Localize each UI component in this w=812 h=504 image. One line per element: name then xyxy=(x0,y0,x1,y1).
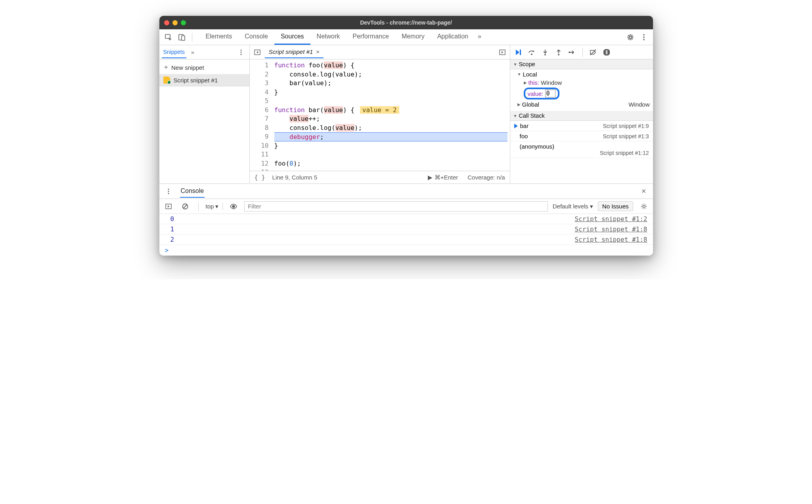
tab-application[interactable]: Application xyxy=(431,29,475,45)
navigator-tabs: Snippets » xyxy=(159,45,249,59)
scope-value-row[interactable]: value: xyxy=(510,87,653,100)
close-file-tab-icon[interactable]: × xyxy=(316,48,320,55)
step-over-icon[interactable] xyxy=(526,46,537,58)
svg-point-20 xyxy=(168,189,169,190)
console-filter-input[interactable] xyxy=(244,201,548,212)
step-icon[interactable] xyxy=(567,46,578,58)
snippet-item-label: Script snippet #1 xyxy=(174,77,218,84)
callstack-frame[interactable]: bar Script snippet #1:9 xyxy=(510,121,653,131)
more-menu-icon[interactable] xyxy=(638,31,650,43)
drawer-more-icon[interactable] xyxy=(163,185,174,197)
tab-memory[interactable]: Memory xyxy=(395,29,431,45)
tab-elements[interactable]: Elements xyxy=(199,29,239,45)
callstack-frame[interactable]: (anonymous) Script snippet #1:12 xyxy=(510,141,653,158)
run-snippet-button[interactable]: ▶ ⌘+Enter xyxy=(428,174,458,181)
scope-global-row[interactable]: ▶ Global Window xyxy=(510,100,653,109)
editor-panel: Script snippet #1 × 12345678910111213 fu… xyxy=(250,45,510,183)
main-tabbar: Elements Console Sources Network Perform… xyxy=(159,29,653,45)
snippet-file-icon xyxy=(163,76,170,84)
minimize-window-button[interactable] xyxy=(172,20,178,25)
zoom-window-button[interactable] xyxy=(181,20,186,25)
svg-point-22 xyxy=(168,193,169,194)
drawer-tab-console[interactable]: Console xyxy=(180,185,205,198)
live-expression-icon[interactable] xyxy=(228,200,239,212)
show-navigator-icon[interactable] xyxy=(251,46,263,58)
inspect-element-icon[interactable] xyxy=(163,31,174,43)
cursor-position: Line 9, Column 5 xyxy=(272,174,317,181)
console-settings-gear-icon[interactable] xyxy=(638,200,650,212)
pause-on-exceptions-icon[interactable] xyxy=(601,46,612,58)
resume-icon[interactable] xyxy=(513,46,524,58)
console-log-row[interactable]: 2 Script snippet #1:8 xyxy=(159,235,653,245)
scope-local-header[interactable]: ▼ Local xyxy=(510,70,653,78)
pretty-print-icon[interactable]: { } xyxy=(255,174,265,181)
svg-line-25 xyxy=(183,204,187,208)
clear-console-icon[interactable] xyxy=(179,200,191,212)
settings-gear-icon[interactable] xyxy=(624,31,636,43)
tab-console[interactable]: Console xyxy=(238,29,274,45)
scope-this-row[interactable]: ▶ this: Window xyxy=(510,78,653,87)
debugger-toolbar xyxy=(510,45,653,59)
plus-icon: + xyxy=(164,63,169,72)
svg-rect-18 xyxy=(606,50,607,54)
log-levels-selector[interactable]: Default levels▾ xyxy=(553,203,593,210)
chevron-down-icon: ▾ xyxy=(215,203,218,210)
console-output: 0 Script snippet #1:2 1 Script snippet #… xyxy=(159,214,653,256)
deactivate-breakpoints-icon[interactable] xyxy=(588,46,599,58)
svg-point-26 xyxy=(232,205,235,208)
step-into-icon[interactable] xyxy=(540,46,551,58)
svg-point-8 xyxy=(240,53,241,55)
svg-rect-19 xyxy=(607,50,607,54)
inline-value-hint: value = 2 xyxy=(360,106,399,114)
line-gutter: 12345678910111213 xyxy=(250,59,272,171)
snippet-item[interactable]: Script snippet #1 xyxy=(159,74,249,86)
code-editor[interactable]: 12345678910111213 function foo(value) { … xyxy=(250,59,510,171)
navigator-more-icon[interactable] xyxy=(235,46,247,58)
debugger-panel: ▼ Scope ▼ Local ▶ this: Window value: xyxy=(510,45,653,183)
main-tabs: Elements Console Sources Network Perform… xyxy=(199,29,485,45)
devtools-window: DevTools - chrome://new-tab-page/ Elemen… xyxy=(159,16,653,256)
editor-file-tab[interactable]: Script snippet #1 × xyxy=(265,46,324,58)
svg-rect-11 xyxy=(520,50,521,55)
scope-value-input[interactable] xyxy=(545,90,555,97)
tab-network[interactable]: Network xyxy=(310,29,347,45)
issues-button[interactable]: No Issues xyxy=(598,201,633,211)
separator xyxy=(192,33,192,42)
editor-tabs: Script snippet #1 × xyxy=(250,45,510,59)
device-toolbar-icon[interactable] xyxy=(176,31,188,43)
new-snippet-button[interactable]: + New snippet xyxy=(159,61,249,74)
tab-sources[interactable]: Sources xyxy=(274,29,310,45)
tab-performance[interactable]: Performance xyxy=(346,29,395,45)
svg-point-12 xyxy=(531,53,532,55)
console-prompt[interactable]: > xyxy=(159,245,653,256)
callstack-frame[interactable]: foo Script snippet #1:3 xyxy=(510,131,653,141)
console-source-link[interactable]: Script snippet #1:8 xyxy=(575,236,647,243)
scope-body: ▼ Local ▶ this: Window value: ▶ Global xyxy=(510,69,653,111)
show-debugger-icon[interactable] xyxy=(496,46,508,58)
navigator-tabs-overflow-icon[interactable]: » xyxy=(190,47,196,58)
titlebar: DevTools - chrome://new-tab-page/ xyxy=(159,16,653,29)
context-selector[interactable]: top▾ xyxy=(206,203,223,210)
console-sidebar-toggle-icon[interactable] xyxy=(163,200,174,212)
console-log-row[interactable]: 1 Script snippet #1:8 xyxy=(159,224,653,235)
callstack-header[interactable]: ▼ Call Stack xyxy=(510,111,653,121)
svg-point-4 xyxy=(643,36,645,38)
drawer-close-icon[interactable]: × xyxy=(638,185,650,197)
console-log-row[interactable]: 0 Script snippet #1:2 xyxy=(159,214,653,224)
drawer-tabbar: Console × xyxy=(159,184,653,199)
scope-header[interactable]: ▼ Scope xyxy=(510,59,653,69)
navigator-tab-snippets[interactable]: Snippets xyxy=(162,46,186,58)
current-execution-line: debugger; xyxy=(274,132,508,141)
code-lines: function foo(value) { console.log(value)… xyxy=(272,59,510,171)
console-source-link[interactable]: Script snippet #1:8 xyxy=(575,225,647,233)
svg-point-5 xyxy=(643,39,645,40)
disclosure-triangle-icon: ▼ xyxy=(513,62,517,67)
console-source-link[interactable]: Script snippet #1:2 xyxy=(575,215,647,223)
coverage-status: Coverage: n/a xyxy=(467,174,505,181)
step-out-icon[interactable] xyxy=(553,46,564,58)
snippets-list: + New snippet Script snippet #1 xyxy=(159,59,249,86)
svg-point-27 xyxy=(643,205,645,207)
tabs-overflow-icon[interactable]: » xyxy=(475,29,485,45)
svg-point-15 xyxy=(569,52,570,53)
close-window-button[interactable] xyxy=(164,20,169,25)
